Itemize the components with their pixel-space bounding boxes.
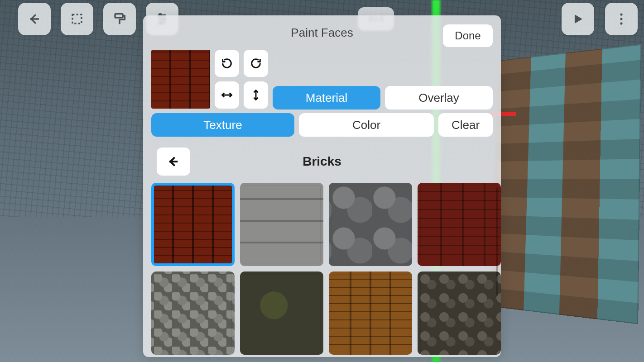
layer-overlay-label: Overlay (418, 91, 459, 105)
svg-point-7 (620, 22, 622, 24)
play-button[interactable] (562, 3, 594, 35)
arrow-left-icon (27, 11, 42, 27)
back-button[interactable] (18, 3, 51, 35)
selected-texture-preview (151, 50, 210, 109)
texture-thumb-cobble[interactable] (151, 272, 235, 355)
layer-material-button[interactable]: Material (273, 86, 380, 110)
arrow-left-icon (166, 154, 181, 169)
done-button[interactable]: Done (443, 24, 493, 47)
texture-thumb-cobble-dark[interactable] (418, 272, 501, 355)
texture-thumb-brick-yellow[interactable] (329, 272, 412, 355)
category-back-button[interactable] (157, 148, 190, 176)
texture-thumb-concrete-block[interactable] (240, 183, 323, 266)
texture-thumb-brick-red[interactable] (151, 183, 235, 266)
mode-clear-label: Clear (452, 118, 480, 132)
rotate-cw-icon (250, 57, 262, 70)
svg-rect-0 (72, 14, 82, 24)
texture-thumb-moss[interactable] (240, 272, 323, 355)
mode-color-button[interactable]: Color (299, 113, 434, 137)
svg-point-5 (620, 14, 622, 16)
select-tool-button[interactable] (61, 3, 93, 35)
rotate-cw-button[interactable] (244, 50, 268, 77)
scrollbar[interactable] (496, 187, 498, 296)
selection-icon (69, 11, 85, 27)
texture-grid (151, 183, 493, 355)
texture-thumb-paver-red[interactable] (418, 183, 501, 266)
layer-material-label: Material (306, 91, 347, 105)
mode-texture-label: Texture (203, 118, 242, 132)
play-icon (570, 11, 586, 27)
flip-vertical-button[interactable] (244, 81, 268, 109)
rotate-ccw-icon (221, 57, 233, 70)
flip-horizontal-button[interactable] (215, 81, 239, 109)
svg-rect-1 (115, 14, 123, 18)
mode-color-label: Color (352, 118, 380, 132)
scene-cube[interactable] (490, 44, 641, 324)
texture-thumb-stone[interactable] (329, 183, 412, 266)
layer-overlay-button[interactable]: Overlay (385, 86, 493, 110)
paint-tool-button[interactable] (103, 3, 136, 35)
flip-vertical-icon (250, 89, 262, 101)
paint-roller-icon (112, 11, 127, 27)
done-label: Done (455, 29, 481, 42)
more-vertical-icon (614, 11, 629, 27)
mode-texture-button[interactable]: Texture (151, 113, 294, 137)
flip-horizontal-icon (221, 89, 233, 101)
panel-title: Paint Faces (291, 26, 353, 40)
svg-point-6 (620, 18, 622, 20)
overflow-menu-button[interactable] (605, 3, 638, 35)
category-label: Bricks (303, 154, 341, 169)
mode-clear-button[interactable]: Clear (438, 113, 493, 137)
rotate-ccw-button[interactable] (215, 50, 239, 77)
paint-faces-panel: Paint Faces Done Material (143, 15, 501, 357)
